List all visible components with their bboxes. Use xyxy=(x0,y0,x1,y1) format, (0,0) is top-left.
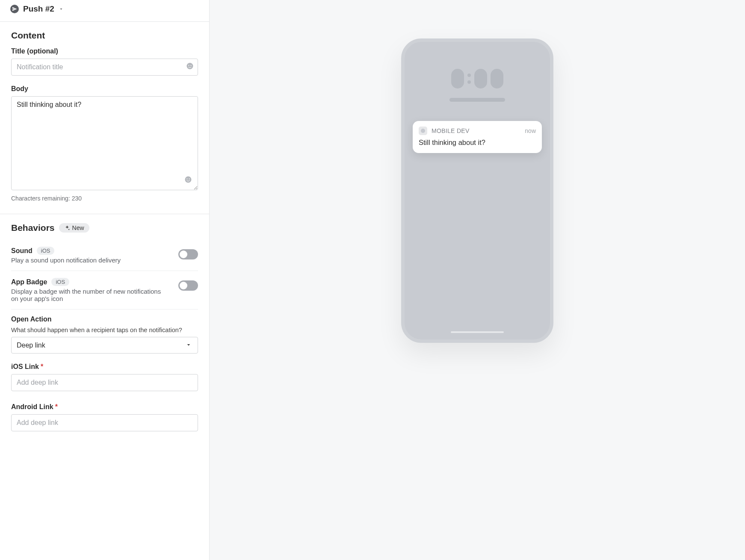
title-input[interactable] xyxy=(11,59,198,76)
lockscreen-date xyxy=(449,98,505,102)
new-badge: New xyxy=(59,223,89,233)
push-icon xyxy=(10,5,19,13)
notification-body: Still thinking about it? xyxy=(419,139,536,147)
svg-point-0 xyxy=(187,63,193,69)
openaction-select[interactable]: Deep link xyxy=(11,337,198,354)
push-title: Push #2 xyxy=(23,4,54,14)
content-panel: Content Title (optional) Body xyxy=(0,22,209,214)
svg-point-1 xyxy=(188,65,189,66)
chevron-down-icon xyxy=(59,6,64,13)
app-icon xyxy=(419,127,427,135)
content-heading: Content xyxy=(11,30,198,41)
appbadge-title: App Badge xyxy=(11,278,47,286)
sound-desc: Play a sound upon notification delivery xyxy=(11,256,170,264)
body-label: Body xyxy=(11,85,198,93)
ios-chip: iOS xyxy=(37,247,55,255)
phone-frame: MOBILE DEV now Still thinking about it? xyxy=(401,38,553,343)
svg-point-4 xyxy=(186,178,187,179)
sound-row: Sound iOS Play a sound upon notification… xyxy=(11,240,198,271)
emoji-icon[interactable] xyxy=(186,62,194,72)
sound-title: Sound xyxy=(11,247,33,255)
body-field: Body Characters remaining: 230 xyxy=(11,85,198,202)
androidlink-label: Android Link* xyxy=(11,403,198,411)
androidlink-input[interactable] xyxy=(11,414,198,431)
emoji-icon[interactable] xyxy=(184,176,192,186)
chars-remaining: Characters remaining: 230 xyxy=(11,195,198,202)
ios-chip: iOS xyxy=(51,278,69,286)
ioslink-label: iOS Link* xyxy=(11,363,198,371)
preview-area: MOBILE DEV now Still thinking about it? xyxy=(210,0,745,560)
push-header[interactable]: Push #2 xyxy=(0,0,209,22)
body-textarea[interactable] xyxy=(11,96,198,190)
openaction-title: Open Action xyxy=(11,315,198,323)
sound-toggle[interactable] xyxy=(178,249,198,259)
sparkle-icon xyxy=(64,225,70,231)
home-indicator xyxy=(451,331,504,333)
openaction-field: Open Action What should happen when a re… xyxy=(11,309,198,354)
androidlink-field: Android Link* xyxy=(11,403,198,431)
editor-sidebar: Push #2 Content Title (optional) Body xyxy=(0,0,210,560)
appbadge-row: App Badge iOS Display a badge with the n… xyxy=(11,271,198,309)
title-label: Title (optional) xyxy=(11,47,198,55)
notification-app-name: MOBILE DEV xyxy=(432,127,520,134)
notification-card: MOBILE DEV now Still thinking about it? xyxy=(413,121,542,153)
behaviors-panel: Behaviors New Sound iOS Play a sound upo… xyxy=(0,214,209,442)
lockscreen-clock xyxy=(407,69,548,88)
ioslink-field: iOS Link* xyxy=(11,363,198,391)
appbadge-toggle[interactable] xyxy=(178,280,198,291)
svg-point-2 xyxy=(191,65,192,66)
notification-time: now xyxy=(525,127,536,134)
title-field: Title (optional) xyxy=(11,47,198,76)
openaction-desc: What should happen when a recipient taps… xyxy=(11,327,198,333)
svg-point-5 xyxy=(189,178,190,179)
behaviors-heading: Behaviors New xyxy=(11,223,198,233)
appbadge-desc: Display a badge with the number of new n… xyxy=(11,288,170,302)
ioslink-input[interactable] xyxy=(11,374,198,391)
svg-point-3 xyxy=(185,177,192,183)
